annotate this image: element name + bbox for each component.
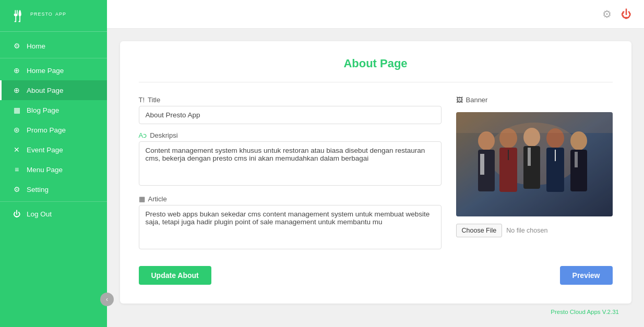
sidebar-item-event-page[interactable]: ✕ Event Page xyxy=(0,140,107,160)
title-input[interactable] xyxy=(139,106,442,124)
sidebar-nav: ⚙ Home ⊕ Home Page ⊕ About Page ▦ Blog P… xyxy=(0,32,107,327)
choose-file-button[interactable]: Choose File xyxy=(456,224,503,237)
title-icon: T! xyxy=(139,96,145,104)
sidebar-item-promo-page[interactable]: ⊛ Promo Page xyxy=(0,120,107,140)
app-name: PRESTO APP xyxy=(30,11,66,20)
footer-version: Presto Cloud Apps V.2.31 xyxy=(120,304,631,318)
page-title: About Page xyxy=(139,57,613,70)
sidebar-item-about-page[interactable]: ⊕ About Page xyxy=(0,80,107,100)
about-page-card: About Page T! Title xyxy=(120,41,631,304)
banner-image xyxy=(456,112,613,216)
desc-field-group: Aↄ Deskripsi Content management system k… xyxy=(139,131,442,188)
power-icon[interactable]: ⏻ xyxy=(621,8,631,20)
desc-label: Aↄ Deskripsi xyxy=(139,131,442,139)
settings-icon[interactable]: ⚙ xyxy=(602,8,612,20)
sidebar-item-home-page[interactable]: ⊕ Home Page xyxy=(0,60,107,80)
sidebar-item-home[interactable]: ⚙ Home xyxy=(0,36,107,56)
blog-page-icon: ▦ xyxy=(12,106,21,114)
form-left: T! Title Aↄ Deskripsi Content management… xyxy=(139,96,442,251)
form-actions: Update About Preview xyxy=(139,266,613,285)
event-page-icon: ✕ xyxy=(12,146,21,154)
sidebar-item-setting[interactable]: ⚙ Setting xyxy=(0,179,107,199)
article-field-group: ▦ Article Presto web apps bukan sekedar … xyxy=(139,195,442,251)
desc-textarea[interactable]: Content management system khusus untuk r… xyxy=(139,141,442,186)
form-right: 🖼 Banner xyxy=(456,96,613,251)
sidebar-item-menu-page[interactable]: ≡ Menu Page xyxy=(0,160,107,179)
content-area: About Page T! Title xyxy=(107,29,644,327)
article-textarea[interactable]: Presto web apps bukan sekedar cms conten… xyxy=(139,205,442,249)
home-icon: ⚙ xyxy=(12,42,21,50)
banner-icon: 🖼 xyxy=(456,96,463,104)
title-field-group: T! Title xyxy=(139,96,442,124)
desc-icon: Aↄ xyxy=(139,131,147,139)
preview-button[interactable]: Preview xyxy=(560,266,613,285)
home-page-icon: ⊕ xyxy=(12,66,21,75)
sidebar-header: PRESTO APP xyxy=(0,0,107,32)
divider-2 xyxy=(0,201,107,202)
sidebar-item-blog-page[interactable]: ▦ Blog Page xyxy=(0,100,107,120)
form-layout: T! Title Aↄ Deskripsi Content management… xyxy=(139,96,613,251)
main-area: ⚙ ⏻ About Page T! Title xyxy=(107,0,644,327)
update-about-button[interactable]: Update About xyxy=(139,266,211,285)
article-label: ▦ Article xyxy=(139,195,442,203)
banner-label: 🖼 Banner xyxy=(456,96,613,104)
title-label: T! Title xyxy=(139,96,442,104)
svg-rect-18 xyxy=(456,112,613,133)
about-page-icon: ⊕ xyxy=(12,86,21,94)
divider xyxy=(0,58,107,58)
setting-icon: ⚙ xyxy=(12,185,21,193)
menu-page-icon: ≡ xyxy=(12,165,21,174)
no-file-text: No file chosen xyxy=(506,227,547,234)
topbar: ⚙ ⏻ xyxy=(107,0,644,29)
sidebar-item-logout[interactable]: ⏻ Log Out xyxy=(0,204,107,224)
card-divider xyxy=(139,82,613,82)
sidebar-collapse-button[interactable]: ‹ xyxy=(100,293,114,306)
promo-page-icon: ⊛ xyxy=(12,126,21,134)
sidebar: PRESTO APP ⚙ Home ⊕ Home Page ⊕ About Pa… xyxy=(0,0,107,327)
logout-icon: ⏻ xyxy=(12,210,21,218)
file-input-row: Choose File No file chosen xyxy=(456,224,613,237)
article-icon: ▦ xyxy=(139,195,145,203)
logo-icon xyxy=(8,7,25,24)
